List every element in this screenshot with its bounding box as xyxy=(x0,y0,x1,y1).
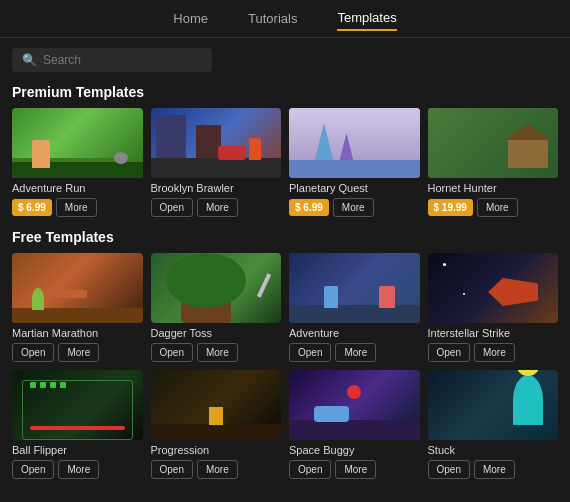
more-button-ball-flipper[interactable]: More xyxy=(58,460,99,479)
nav-home[interactable]: Home xyxy=(173,11,208,30)
search-input[interactable] xyxy=(43,53,202,67)
price-button-hornet-hunter[interactable]: $ 19.99 xyxy=(428,199,473,216)
more-button-adventure-run[interactable]: More xyxy=(56,198,97,217)
card-name-adventure-run: Adventure Run xyxy=(12,182,143,194)
open-button-adventure[interactable]: Open xyxy=(289,343,331,362)
card-name-ball-flipper: Ball Flipper xyxy=(12,444,143,456)
template-card-martian-marathon: Martian Marathon Open More xyxy=(12,253,143,362)
card-actions-hornet-hunter: $ 19.99 More xyxy=(428,198,559,217)
open-button-space-buggy[interactable]: Open xyxy=(289,460,331,479)
thumb-space-buggy xyxy=(289,370,420,440)
card-name-hornet-hunter: Hornet Hunter xyxy=(428,182,559,194)
card-actions-adventure: Open More xyxy=(289,343,420,362)
card-actions-stuck: Open More xyxy=(428,460,559,479)
more-button-interstellar-strike[interactable]: More xyxy=(474,343,515,362)
more-button-stuck[interactable]: More xyxy=(474,460,515,479)
search-icon: 🔍 xyxy=(22,53,37,67)
card-name-space-buggy: Space Buggy xyxy=(289,444,420,456)
top-navigation: Home Tutorials Templates xyxy=(0,0,570,38)
search-bar: 🔍 xyxy=(12,48,212,72)
card-actions-adventure-run: $ 6.99 More xyxy=(12,198,143,217)
open-button-brooklyn-brawler[interactable]: Open xyxy=(151,198,193,217)
template-card-brooklyn-brawler: Brooklyn Brawler Open More xyxy=(151,108,282,217)
free-grid: Martian Marathon Open More Dagger Toss O… xyxy=(0,253,570,479)
card-actions-space-buggy: Open More xyxy=(289,460,420,479)
card-name-brooklyn-brawler: Brooklyn Brawler xyxy=(151,182,282,194)
card-actions-brooklyn-brawler: Open More xyxy=(151,198,282,217)
thumb-hornet-hunter xyxy=(428,108,559,178)
open-button-ball-flipper[interactable]: Open xyxy=(12,460,54,479)
thumb-progression xyxy=(151,370,282,440)
card-name-stuck: Stuck xyxy=(428,444,559,456)
card-name-planetary-quest: Planetary Quest xyxy=(289,182,420,194)
template-card-planetary-quest: Planetary Quest $ 6.99 More xyxy=(289,108,420,217)
thumb-planetary-quest xyxy=(289,108,420,178)
card-name-interstellar-strike: Interstellar Strike xyxy=(428,327,559,339)
template-card-space-buggy: Space Buggy Open More xyxy=(289,370,420,479)
card-actions-dagger-toss: Open More xyxy=(151,343,282,362)
thumb-interstellar-strike xyxy=(428,253,559,323)
open-button-stuck[interactable]: Open xyxy=(428,460,470,479)
price-button-planetary-quest[interactable]: $ 6.99 xyxy=(289,199,329,216)
open-button-progression[interactable]: Open xyxy=(151,460,193,479)
premium-grid: Adventure Run $ 6.99 More Brooklyn Brawl… xyxy=(0,108,570,217)
premium-section-title: Premium Templates xyxy=(12,84,558,100)
card-actions-planetary-quest: $ 6.99 More xyxy=(289,198,420,217)
template-card-ball-flipper: Ball Flipper Open More xyxy=(12,370,143,479)
more-button-hornet-hunter[interactable]: More xyxy=(477,198,518,217)
main-content: Premium Templates Adventure Run $ 6.99 M… xyxy=(0,78,570,502)
template-card-dagger-toss: Dagger Toss Open More xyxy=(151,253,282,362)
thumb-stuck xyxy=(428,370,559,440)
template-card-adventure-run: Adventure Run $ 6.99 More xyxy=(12,108,143,217)
template-card-adventure: Adventure Open More xyxy=(289,253,420,362)
price-button-adventure-run[interactable]: $ 6.99 xyxy=(12,199,52,216)
more-button-progression[interactable]: More xyxy=(197,460,238,479)
template-card-progression: Progression Open More xyxy=(151,370,282,479)
thumb-ball-flipper xyxy=(12,370,143,440)
nav-templates[interactable]: Templates xyxy=(337,10,396,31)
template-card-interstellar-strike: Interstellar Strike Open More xyxy=(428,253,559,362)
thumb-adventure-run xyxy=(12,108,143,178)
open-button-dagger-toss[interactable]: Open xyxy=(151,343,193,362)
card-name-dagger-toss: Dagger Toss xyxy=(151,327,282,339)
card-name-progression: Progression xyxy=(151,444,282,456)
thumb-dagger-toss xyxy=(151,253,282,323)
card-name-adventure: Adventure xyxy=(289,327,420,339)
thumb-brooklyn-brawler xyxy=(151,108,282,178)
template-card-hornet-hunter: Hornet Hunter $ 19.99 More xyxy=(428,108,559,217)
nav-tutorials[interactable]: Tutorials xyxy=(248,11,297,30)
card-actions-interstellar-strike: Open More xyxy=(428,343,559,362)
more-button-adventure[interactable]: More xyxy=(335,343,376,362)
card-actions-martian-marathon: Open More xyxy=(12,343,143,362)
more-button-brooklyn-brawler[interactable]: More xyxy=(197,198,238,217)
open-button-interstellar-strike[interactable]: Open xyxy=(428,343,470,362)
thumb-martian-marathon xyxy=(12,253,143,323)
free-section-title: Free Templates xyxy=(12,229,558,245)
thumb-adventure xyxy=(289,253,420,323)
card-name-martian-marathon: Martian Marathon xyxy=(12,327,143,339)
card-actions-progression: Open More xyxy=(151,460,282,479)
more-button-dagger-toss[interactable]: More xyxy=(197,343,238,362)
open-button-martian-marathon[interactable]: Open xyxy=(12,343,54,362)
more-button-martian-marathon[interactable]: More xyxy=(58,343,99,362)
more-button-space-buggy[interactable]: More xyxy=(335,460,376,479)
more-button-planetary-quest[interactable]: More xyxy=(333,198,374,217)
card-actions-ball-flipper: Open More xyxy=(12,460,143,479)
template-card-stuck: Stuck Open More xyxy=(428,370,559,479)
